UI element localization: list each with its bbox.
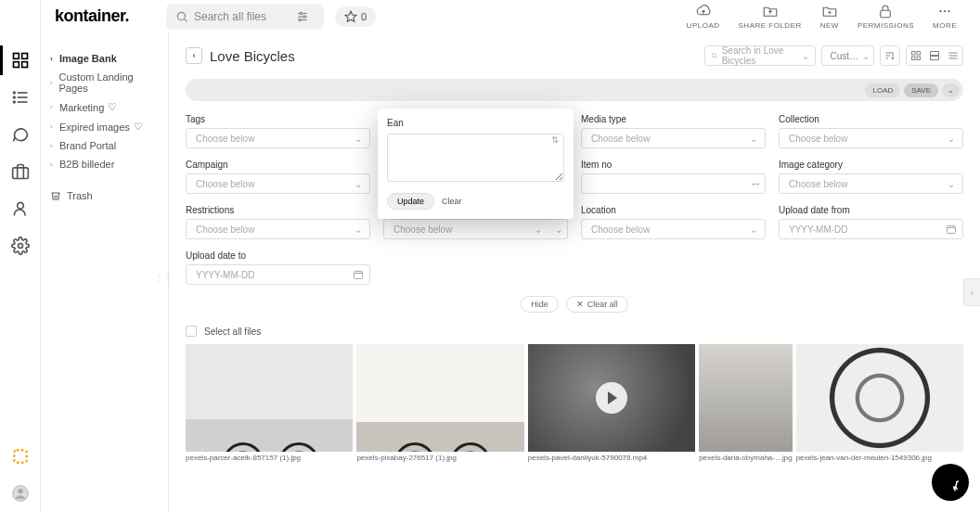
field-image-category: Image categoryChoose below	[779, 160, 963, 194]
calendar-icon	[946, 224, 957, 235]
location-dropdown[interactable]: Choose below	[581, 219, 766, 239]
tree-item-custom-landing[interactable]: ›Custom Landing Pages	[48, 68, 161, 97]
rail-comment-icon[interactable]	[11, 125, 30, 144]
upload-from-input[interactable]: YYYY-MM-DD	[779, 219, 963, 239]
folder-search[interactable]: Search in Love Bicycles	[704, 45, 816, 66]
header: kontainer. Search all files 0 UPLOAD SHA…	[41, 0, 980, 32]
filter-grid: TagsChoose below Ean ⇅ Update Clear Medi…	[186, 114, 963, 285]
sliders-icon[interactable]	[296, 10, 309, 23]
rail-avatar-icon[interactable]	[11, 484, 30, 503]
svg-point-19	[300, 12, 302, 14]
favorites-pill[interactable]: 0	[335, 6, 376, 27]
svg-point-29	[944, 10, 946, 12]
lock-icon	[877, 3, 894, 19]
filter-actions: Hide ✕Clear all	[186, 296, 963, 313]
svg-point-11	[17, 202, 23, 209]
global-search[interactable]: Search all files	[166, 4, 324, 30]
rail-briefcase-icon[interactable]	[11, 162, 30, 181]
svg-point-30	[948, 10, 949, 12]
rail-grid-icon[interactable]	[11, 51, 30, 70]
more-action[interactable]: MORE	[933, 3, 957, 30]
left-rail	[0, 0, 41, 512]
image-category-dropdown[interactable]: Choose below	[779, 173, 963, 194]
heart-icon: ♡	[108, 101, 117, 113]
calendar-icon	[353, 269, 364, 280]
chat-icon	[942, 474, 959, 491]
trash-item[interactable]: Trash	[48, 186, 161, 205]
cloud-upload-icon	[695, 3, 712, 19]
clear-all-button[interactable]: ✕Clear all	[566, 296, 628, 313]
new-action[interactable]: NEW	[820, 3, 839, 30]
view-grid-button[interactable]	[907, 46, 925, 65]
field-restrictions: RestrictionsChoose below	[186, 205, 370, 239]
save-filter-button[interactable]: SAVE	[904, 83, 938, 97]
rail-app-icon[interactable]	[11, 447, 30, 466]
sort-icon	[884, 50, 896, 61]
svg-rect-13	[14, 450, 26, 462]
field-item-no: Item no	[581, 160, 766, 194]
sort-direction-button[interactable]	[880, 45, 900, 66]
play-icon	[608, 391, 617, 404]
thumbnail-item[interactable]: pexels-pixabay-276517 (1).jpg	[356, 344, 523, 462]
field-collection: CollectionChoose below	[779, 114, 963, 148]
play-overlay	[528, 344, 695, 452]
upload-to-input[interactable]: YYYY-MM-DD	[186, 264, 370, 285]
thumbnail-item[interactable]: pexels-pavel-danilyuk-5790078.mp4	[528, 344, 695, 462]
svg-point-28	[939, 10, 941, 12]
status-caret-icon[interactable]: ⌄	[549, 219, 568, 239]
svg-point-7	[13, 92, 15, 94]
tree-item-b2b[interactable]: ›B2B billeder	[48, 155, 161, 173]
view-large-button[interactable]	[925, 46, 944, 65]
svg-rect-35	[912, 57, 916, 60]
tags-dropdown[interactable]: Choose below	[186, 128, 370, 148]
share-folder-action[interactable]: SHARE FOLDER	[739, 3, 802, 30]
chevron-right-icon: ›	[50, 122, 58, 131]
svg-point-16	[177, 12, 185, 19]
svg-point-15	[18, 489, 22, 493]
field-media-type: Media typeChoose below	[581, 114, 766, 148]
ean-clear-button[interactable]: Clear	[442, 197, 462, 206]
chevron-right-icon: ›	[50, 79, 58, 87]
expand-icon[interactable]: ⇅	[551, 134, 559, 145]
svg-rect-33	[912, 52, 916, 56]
page-title: Love Bicycles	[210, 48, 295, 64]
tree-item-brand-portal[interactable]: ›Brand Portal	[48, 136, 161, 155]
tree-item-expired[interactable]: ›Expired images♡	[48, 117, 161, 136]
upload-action[interactable]: UPLOAD	[687, 3, 720, 30]
hide-filters-button[interactable]: Hide	[521, 296, 559, 313]
status-dropdown[interactable]: Choose below	[383, 219, 549, 239]
rail-settings-icon[interactable]	[11, 237, 30, 255]
collection-dropdown[interactable]: Choose below	[779, 128, 963, 148]
field-campaign: CampaignChoose below	[186, 160, 370, 194]
view-list-button[interactable]	[944, 46, 962, 65]
tree-item-image-bank[interactable]: ›Image Bank	[48, 49, 161, 68]
field-upload-to: Upload date toYYYY-MM-DD	[186, 250, 370, 285]
svg-line-32	[716, 57, 716, 58]
more-icon	[936, 3, 953, 19]
tree-item-marketing[interactable]: ›Marketing♡	[48, 97, 161, 117]
thumbnail-item[interactable]: pexels-daria-obymaha-…jpg	[699, 344, 793, 462]
campaign-dropdown[interactable]: Choose below	[186, 173, 370, 194]
select-all-checkbox[interactable]	[186, 326, 197, 337]
ean-update-button[interactable]: Update	[387, 193, 434, 210]
rail-list-icon[interactable]	[11, 88, 30, 107]
back-button[interactable]: ‹	[186, 47, 202, 64]
thumbnail-item[interactable]: pexels-parcer-acelk-857157 (1).jpg	[186, 344, 353, 462]
share-folder-icon	[762, 3, 779, 19]
select-all-label: Select all files	[204, 326, 261, 337]
permissions-action[interactable]: PERMISSIONS	[858, 3, 914, 30]
rail-user-icon[interactable]	[11, 199, 30, 218]
svg-rect-1	[21, 54, 27, 59]
restrictions-dropdown[interactable]: Choose below	[186, 219, 370, 239]
media-type-dropdown[interactable]: Choose below	[581, 128, 766, 148]
svg-marker-24	[345, 11, 356, 21]
load-filter-button[interactable]: LOAD	[865, 83, 900, 97]
chat-bubble[interactable]	[932, 464, 969, 501]
right-panel-toggle[interactable]: ‹	[963, 278, 980, 306]
ean-textarea[interactable]	[387, 134, 564, 182]
svg-line-17	[185, 19, 187, 21]
sort-dropdown[interactable]: Cust…	[821, 45, 874, 66]
thumbnail-item[interactable]: pexels-jean-van-der-meulen-1549306.jpg	[796, 344, 963, 462]
item-no-input[interactable]	[581, 173, 766, 194]
filter-collapse-button[interactable]: ⌄	[942, 83, 960, 97]
